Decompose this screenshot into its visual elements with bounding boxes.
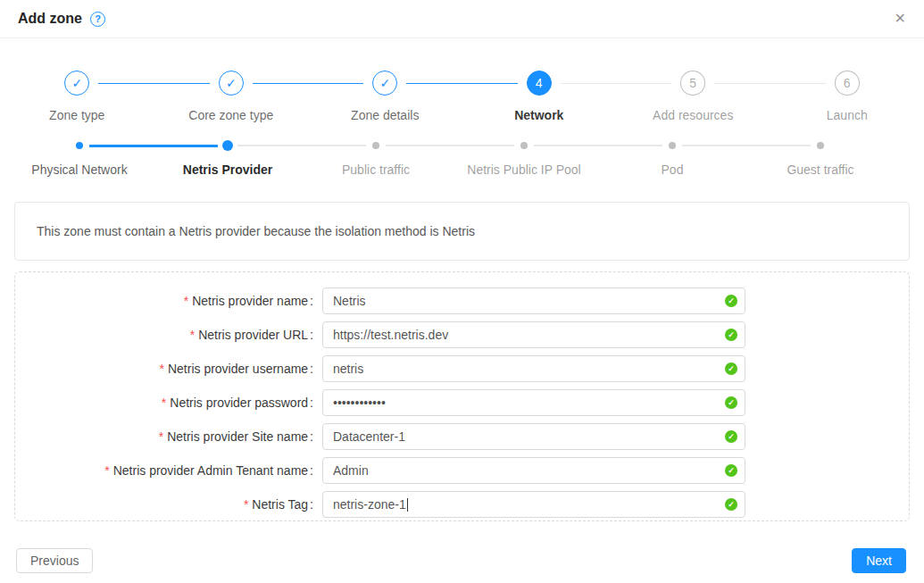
step-label: Zone details [351,108,419,122]
netris-provider-username-input[interactable] [322,355,745,382]
previous-button[interactable]: Previous [16,548,93,573]
step-network: 4 Network [462,71,617,122]
step-dot [817,142,824,149]
netris-provider-url-input[interactable] [322,321,745,348]
substep-physical-network: Physical Network [5,140,154,177]
field-label: *Netris provider Site name: [15,423,313,450]
next-button[interactable]: Next [852,548,906,573]
step-label: Add resources [653,108,733,122]
field-label: *Netris provider name: [15,287,313,314]
field-control: ✓ [322,321,745,348]
field-label: *Netris provider username: [15,355,313,382]
step-dot [222,140,233,151]
wizard-steps: ✓ Zone type ✓ Core zone type ✓ Zone deta… [0,71,924,122]
required-marker: * [244,497,248,512]
step-launch: 6 Launch [770,71,924,122]
step-core-zone-type: ✓ Core zone type [154,71,309,122]
netris-provider-form: *Netris provider name: ✓ *Netris provide… [14,271,910,521]
network-substeps: Physical Network Netris Provider Public … [5,140,895,177]
substep-netris-provider: Netris Provider [154,140,302,177]
field-control: ✓ [322,457,745,484]
notice-text: This zone must contain a Netris provider… [37,224,475,238]
check-icon: ✓ [219,71,244,96]
valid-check-icon: ✓ [725,362,737,375]
step-dot [76,142,83,149]
substep-label: Guest traffic [787,162,853,177]
check-icon: ✓ [372,71,397,96]
close-icon[interactable]: ✕ [895,12,906,26]
step-label: Network [514,108,563,122]
step-add-resources: 5 Add resources [616,71,770,122]
substep-label: Physical Network [31,162,127,177]
dialog-header: Add zone ? ✕ [0,0,924,38]
netris-provider-site-name-input[interactable] [322,423,745,450]
substep-guest-traffic: Guest traffic [746,140,895,177]
step-label: Launch [827,108,868,122]
required-marker: * [159,429,163,444]
netris-provider-name-input[interactable] [322,287,745,314]
form-row-provider-username: *Netris provider username: ✓ [15,355,909,382]
substep-label: Netris Provider [183,162,272,177]
step-number: 5 [680,71,705,96]
required-marker: * [184,294,188,308]
page-title: Add zone [18,11,82,27]
field-control: netris-zone-1 ✓ [322,491,745,518]
netris-admin-tenant-name-input[interactable] [322,457,745,484]
valid-check-icon: ✓ [725,430,737,443]
add-zone-wizard: Add zone ? ✕ ✓ Zone type ✓ Core zone typ… [0,0,924,583]
field-label: *Netris provider URL: [15,321,313,348]
step-label: Core zone type [188,108,273,122]
field-control: ✓ [322,287,745,314]
substep-label: Pod [662,162,684,177]
form-row-provider-url: *Netris provider URL: ✓ [15,321,909,348]
step-label: Zone type [49,108,104,122]
step-zone-type: ✓ Zone type [0,71,154,122]
form-row-admin-tenant-name: *Netris provider Admin Tenant name: ✓ [15,457,909,484]
substep-pod: Pod [598,140,746,177]
required-marker: * [162,396,166,410]
substep-netris-public-ip-pool: Netris Public IP Pool [450,140,598,177]
field-control: ✓ [322,423,745,450]
valid-check-icon: ✓ [725,295,737,307]
step-dot [372,142,379,149]
text-caret [407,498,408,512]
isolation-method-notice: This zone must contain a Netris provider… [14,202,910,261]
required-marker: * [104,463,109,478]
form-row-provider-name: *Netris provider name: ✓ [15,287,909,314]
step-dot [520,142,528,149]
substep-public-traffic: Public traffic [302,140,450,177]
field-label: *Netris provider password: [15,389,313,416]
required-marker: * [190,328,195,342]
substep-label: Netris Public IP Pool [467,162,580,177]
field-control: ✓ [322,389,745,416]
substep-label: Public traffic [342,162,410,177]
wizard-footer: Previous Next [0,537,924,583]
step-number: 4 [527,71,552,96]
check-icon: ✓ [64,71,89,96]
form-row-provider-password: *Netris provider password: ✓ [15,389,909,416]
field-control: ✓ [322,355,745,382]
field-label: *Netris Tag: [15,491,313,518]
form-row-netris-tag: *Netris Tag: netris-zone-1 ✓ [15,491,909,518]
valid-check-icon: ✓ [725,464,737,477]
field-label: *Netris provider Admin Tenant name: [15,457,313,484]
valid-check-icon: ✓ [725,498,737,511]
step-dot [669,142,676,149]
netris-tag-input[interactable]: netris-zone-1 [322,491,745,518]
help-icon[interactable]: ? [90,12,105,27]
valid-check-icon: ✓ [725,329,737,341]
required-marker: * [159,362,163,376]
step-zone-details: ✓ Zone details [308,71,462,122]
form-row-provider-site-name: *Netris provider Site name: ✓ [15,423,909,450]
step-number: 6 [835,71,860,96]
netris-provider-password-input[interactable] [322,389,745,416]
valid-check-icon: ✓ [725,396,737,409]
